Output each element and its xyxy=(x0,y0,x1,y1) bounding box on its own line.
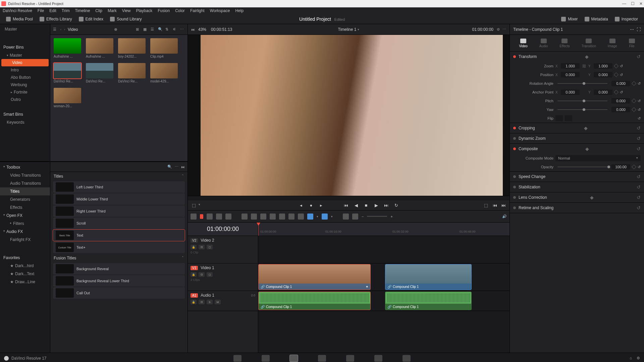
keyframe-icon[interactable]: ◆ xyxy=(585,54,589,59)
reset-icon[interactable]: ↺ xyxy=(638,165,641,169)
lock-track-icon[interactable]: 🔒 xyxy=(191,272,197,277)
selection-tool-icon[interactable] xyxy=(200,214,203,219)
fx-filters[interactable]: ▸Filters xyxy=(0,220,50,228)
disable-track-icon[interactable]: ◻ xyxy=(207,272,213,277)
mute-track-icon[interactable]: M xyxy=(215,300,221,304)
track-lane-a1[interactable]: 🔗Compound Clip 1 🔗Compound Clip 1 xyxy=(258,291,509,311)
settings-icon[interactable]: ⚙ xyxy=(637,356,640,360)
page-edit[interactable] xyxy=(290,355,298,362)
clip-thumb[interactable]: boy-24202... xyxy=(118,38,146,58)
yaw-slider[interactable] xyxy=(557,109,607,110)
menu-file[interactable]: File xyxy=(38,8,44,13)
opacity-slider[interactable]: .prop-row:last-child .slider::after{left… xyxy=(557,167,607,167)
tab-file[interactable]: File xyxy=(629,39,635,48)
fx-effects[interactable]: Effects xyxy=(0,203,50,212)
maximize-button[interactable]: ☐ xyxy=(631,1,635,6)
expand-icon[interactable]: ⛶ xyxy=(637,27,641,32)
mute-icon[interactable]: 🔊 xyxy=(502,214,507,219)
close-button[interactable]: ✕ xyxy=(639,1,643,6)
flip-v-button[interactable] xyxy=(565,115,572,121)
transform-header[interactable]: Transform◆↺ xyxy=(510,52,644,62)
title-item[interactable]: Custom TitleText+ xyxy=(53,242,185,253)
timeline-ruler[interactable]: 01:00:00:00 01:00:16:00 01:00:32:00 01:0… xyxy=(258,223,509,236)
menu-timeline[interactable]: Timeline xyxy=(75,8,90,13)
keyframe-icon[interactable] xyxy=(614,72,619,77)
overwrite-icon[interactable] xyxy=(251,214,257,220)
stop-button[interactable]: ■ xyxy=(364,203,369,208)
link-xy-icon[interactable]: ⛓ xyxy=(582,64,586,68)
keyframe-icon[interactable] xyxy=(632,107,636,112)
reset-icon[interactable]: ↺ xyxy=(638,81,641,86)
chevron-down-icon[interactable]: ▾ xyxy=(331,215,333,218)
page-media[interactable] xyxy=(233,355,241,362)
viewer-zoom[interactable]: 43% xyxy=(198,27,206,32)
timeline-name-dropdown[interactable]: Timeline 1▾ xyxy=(338,27,360,32)
fx-fav-0[interactable]: ★ Dark...hird xyxy=(0,262,50,270)
reset-icon[interactable]: ↺ xyxy=(637,195,641,200)
bin-pb-master[interactable]: ▾Master xyxy=(0,52,50,59)
clip-v1-0[interactable]: 🔗Compound Clip 1✦ xyxy=(258,264,371,290)
flip-h-button[interactable] xyxy=(555,115,563,121)
keyframe-icon[interactable] xyxy=(632,81,636,86)
clip-a1-1[interactable]: 🔗Compound Clip 1 xyxy=(385,292,472,310)
overlay-dropdown-icon[interactable]: ▾ xyxy=(199,203,200,208)
menu-fairlight[interactable]: Fairlight xyxy=(190,8,205,13)
section-speed-change[interactable]: Speed Change↺ xyxy=(510,172,644,182)
chevron-down-icon[interactable]: ▾ xyxy=(317,215,318,218)
clip-thumb[interactable]: Aufnahme ... xyxy=(86,38,113,58)
tab-image[interactable]: Image xyxy=(608,39,617,48)
reset-icon[interactable]: ↺ xyxy=(637,146,641,152)
bin-keywords[interactable]: Keywords xyxy=(0,119,50,126)
link-icon[interactable] xyxy=(288,214,294,220)
enable-dot[interactable] xyxy=(513,175,516,178)
enable-dot[interactable] xyxy=(513,206,516,209)
menu-color[interactable]: Color xyxy=(175,8,185,13)
zoom-in-icon[interactable]: + xyxy=(390,215,392,219)
enable-dot[interactable] xyxy=(513,186,516,188)
marker-icon[interactable] xyxy=(322,214,328,220)
nav-back-icon[interactable]: ‹ xyxy=(60,28,61,31)
track-tag-a1[interactable]: A1 xyxy=(191,293,198,298)
more-icon[interactable]: ⋯ xyxy=(175,165,178,169)
viewer-tc-right[interactable]: 01:00:00:00 xyxy=(472,27,493,32)
tab-effects[interactable]: Effects xyxy=(559,39,570,48)
zoom-slider[interactable] xyxy=(367,216,387,217)
clip-thumb[interactable]: model-429... xyxy=(150,63,178,83)
list-view-icon[interactable]: ☰ xyxy=(151,27,155,32)
bin-video[interactable]: Video xyxy=(1,59,49,66)
fusion-titles-group-header[interactable]: Fusion Titles⌃ xyxy=(50,254,187,262)
fit-to-fill-icon[interactable] xyxy=(270,214,276,220)
page-cut[interactable] xyxy=(262,355,270,362)
minimize-button[interactable]: — xyxy=(622,1,626,6)
sort-icon[interactable]: ⇅ xyxy=(165,27,170,32)
next-edit-icon[interactable]: ▸ xyxy=(319,203,324,208)
menu-app[interactable]: DaVinci Resolve xyxy=(3,8,32,13)
bin-list-icon[interactable]: ☰ xyxy=(53,27,58,32)
clip-thumb[interactable]: DaVinci Re... xyxy=(86,63,113,83)
menu-fusion[interactable]: Fusion xyxy=(158,8,170,13)
bin-master[interactable]: Master xyxy=(0,25,50,33)
reset-icon[interactable]: ↺ xyxy=(637,125,641,131)
title-item[interactable]: Middle Lower Third xyxy=(53,193,185,205)
track-head-v2[interactable]: V2Video 2 🔒⊡◻ 0 Clip xyxy=(188,236,258,263)
fx-generators[interactable]: Generators xyxy=(0,195,50,203)
clip-thumb[interactable]: DaVinci Re... xyxy=(118,63,146,83)
reset-icon[interactable]: ↺ xyxy=(638,116,641,121)
loop-button[interactable]: ↻ xyxy=(394,203,399,208)
in-point-icon[interactable]: ⏮ xyxy=(492,203,497,208)
fx-audio-transitions[interactable]: Audio Transitions xyxy=(0,179,50,187)
composite-mode-select[interactable]: Normal▾ xyxy=(555,155,641,161)
solo-icon[interactable]: S xyxy=(207,300,213,304)
tab-transition[interactable]: Transition xyxy=(581,39,596,48)
trim-tool-icon[interactable] xyxy=(207,214,213,220)
page-fairlight[interactable] xyxy=(374,355,382,362)
track-tag-v1[interactable]: V1 xyxy=(191,266,198,270)
reset-icon[interactable]: ↺ xyxy=(637,184,641,190)
bin-werbung[interactable]: Werbung xyxy=(0,81,50,88)
title-item[interactable]: Left Lower Third xyxy=(53,181,185,193)
title-item[interactable]: Scroll xyxy=(53,218,185,229)
auto-select-icon[interactable]: ⊡ xyxy=(199,245,205,249)
filter-icon[interactable]: ⚟ xyxy=(173,27,177,32)
section-lens-correction[interactable]: Lens Correction◆↺ xyxy=(510,192,644,202)
out-point-icon[interactable]: ⏭ xyxy=(501,203,506,208)
